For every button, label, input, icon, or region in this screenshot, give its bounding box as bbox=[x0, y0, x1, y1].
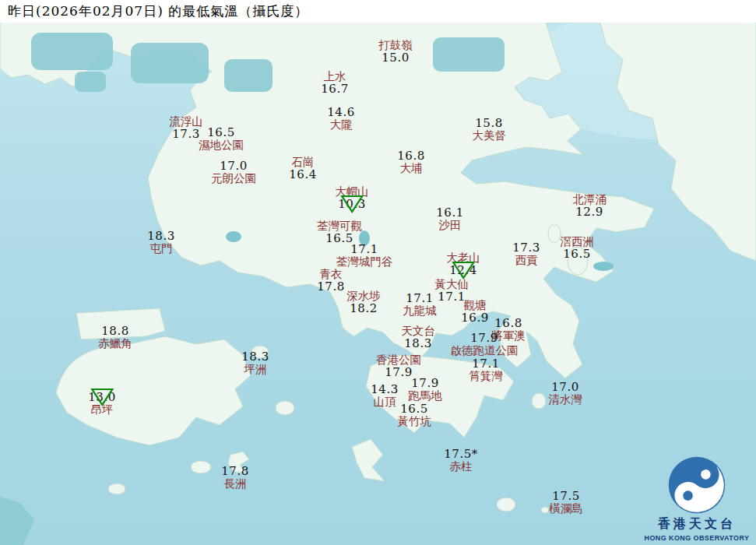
station-name: 打鼓嶺 bbox=[378, 39, 413, 51]
min-temp-triangle-icon bbox=[90, 388, 114, 406]
station-name: 香港公園 bbox=[376, 353, 421, 366]
station-value: 17.9 bbox=[451, 332, 519, 344]
station-name: 山頂 bbox=[371, 396, 398, 408]
station-name: 赤柱 bbox=[444, 460, 477, 473]
logo-name-en: HONG KONG OBSERVATORY bbox=[642, 534, 751, 542]
station-石崗: 石崗16.4 bbox=[289, 156, 316, 181]
station-跑馬地: 17.9跑馬地 bbox=[408, 377, 442, 402]
station-value: 15.0 bbox=[378, 51, 413, 64]
station-大埔: 16.8大埔 bbox=[397, 149, 424, 174]
station-value: 18.2 bbox=[346, 302, 381, 315]
station-name: 滘西洲 bbox=[560, 235, 594, 248]
station-value: 16.8 bbox=[397, 149, 424, 162]
hko-logo: 香港天文台 HONG KONG OBSERVATORY bbox=[642, 456, 751, 542]
station-name: 黃竹坑 bbox=[397, 415, 431, 427]
station-赤柱: 17.5*赤柱 bbox=[444, 448, 477, 473]
station-name: 西貢 bbox=[512, 254, 540, 266]
station-value: 16.5 bbox=[199, 126, 244, 139]
station-打鼓嶺: 打鼓嶺15.0 bbox=[378, 39, 413, 64]
station-value: 18.3 bbox=[147, 230, 174, 242]
logo-name-zh: 香港天文台 bbox=[642, 516, 751, 533]
station-筲箕灣: 17.1筲箕灣 bbox=[469, 357, 503, 382]
station-屯門: 18.3屯門 bbox=[147, 230, 174, 255]
station-value: 16.1 bbox=[436, 206, 463, 219]
station-name: 大美督 bbox=[472, 129, 506, 142]
station-value: 16.7 bbox=[321, 83, 348, 95]
station-山頂: 14.3山頂 bbox=[371, 383, 398, 408]
station-value: 12.4 bbox=[446, 264, 480, 276]
station-value: 17.0 bbox=[211, 160, 256, 172]
station-value: 16.8 bbox=[491, 317, 526, 329]
station-value: 18.3 bbox=[401, 337, 435, 350]
station-value: 17.9 bbox=[408, 377, 442, 389]
station-赤鱲角: 18.8赤鱲角 bbox=[98, 325, 132, 350]
station-name: 長洲 bbox=[221, 477, 248, 490]
hko-min-temp-map-page: 昨日(2026年02月07日) 的最低氣溫（攝氏度） 打鼓嶺15.0上水16.7… bbox=[0, 0, 756, 545]
station-name: 九龍城 bbox=[403, 304, 437, 317]
station-天文台: 天文台18.3 bbox=[401, 325, 435, 350]
station-荃灣可觀: 荃灣可觀16.5 bbox=[317, 220, 362, 244]
station-上水: 上水16.7 bbox=[321, 70, 348, 95]
station-name: 濕地公園 bbox=[199, 139, 244, 151]
station-name: 大帽山 bbox=[335, 185, 369, 198]
station-沙田: 16.1沙田 bbox=[436, 206, 463, 231]
station-name: 黃大仙 bbox=[434, 278, 469, 290]
station-name: 筲箕灣 bbox=[469, 370, 503, 382]
station-name: 石崗 bbox=[289, 156, 316, 168]
station-value: 17.5* bbox=[444, 448, 477, 460]
station-大美督: 15.8大美督 bbox=[472, 117, 506, 142]
station-name: 大埔 bbox=[397, 162, 424, 174]
station-name: 跑馬地 bbox=[408, 389, 442, 402]
station-name: 上水 bbox=[321, 70, 348, 83]
station-value: 12.9 bbox=[572, 206, 607, 218]
station-value: 17.1 bbox=[403, 292, 437, 304]
station-元朗公園: 17.0元朗公園 bbox=[211, 160, 256, 185]
station-香港公園: 香港公園17.9 bbox=[376, 353, 421, 378]
station-name: 赤鱲角 bbox=[98, 337, 132, 350]
station-value: 16.4 bbox=[289, 168, 316, 181]
station-name: 屯門 bbox=[147, 242, 174, 255]
station-大隴: 14.6大隴 bbox=[327, 106, 354, 131]
station-name: 坪洲 bbox=[241, 363, 269, 375]
station-長洲: 17.8長洲 bbox=[221, 465, 248, 490]
station-昂坪: 13.0昂坪 bbox=[88, 391, 115, 416]
station-name: 深水埗 bbox=[346, 290, 381, 302]
station-name: 啟德跑道公園 bbox=[451, 344, 519, 357]
page-title: 昨日(2026年02月07日) 的最低氣溫（攝氏度） bbox=[8, 2, 308, 20]
station-value: 16.5 bbox=[397, 403, 431, 415]
station-name: 荃灣可觀 bbox=[317, 220, 362, 232]
station-大帽山: 大帽山10.3 bbox=[335, 185, 369, 210]
station-value: 17.0 bbox=[548, 381, 582, 393]
station-清水灣: 17.0清水灣 bbox=[548, 381, 582, 406]
station-荃灣城門谷: 17.1荃灣城門谷 bbox=[336, 243, 393, 268]
station-value: 10.3 bbox=[335, 198, 369, 210]
station-北潭涌: 北潭涌12.9 bbox=[572, 193, 607, 218]
station-name: 清水灣 bbox=[548, 393, 582, 406]
station-name: 北潭涌 bbox=[572, 193, 607, 206]
station-name: 大隴 bbox=[327, 118, 354, 131]
station-value: 17.8 bbox=[317, 280, 344, 293]
station-value: 13.0 bbox=[88, 391, 115, 403]
station-value: 16.5 bbox=[560, 248, 594, 260]
station-青衣: 青衣17.8 bbox=[317, 268, 344, 293]
station-滘西洲: 滘西洲16.5 bbox=[560, 235, 594, 260]
station-value: 14.6 bbox=[327, 106, 354, 118]
station-value: 14.3 bbox=[371, 383, 398, 396]
station-坪洲: 18.3坪洲 bbox=[241, 350, 269, 375]
station-name: 橫瀾島 bbox=[549, 502, 583, 515]
station-value: 17.3 bbox=[512, 241, 540, 254]
station-name: 觀塘 bbox=[461, 299, 488, 311]
title-bar: 昨日(2026年02月07日) 的最低氣溫（攝氏度） bbox=[0, 0, 756, 23]
station-value: 18.3 bbox=[241, 350, 269, 363]
station-value: 17.1 bbox=[336, 243, 393, 255]
station-value: 17.1 bbox=[469, 357, 503, 370]
station-大老山: 大老山12.4 bbox=[446, 251, 480, 276]
station-name: 沙田 bbox=[436, 219, 463, 231]
station-觀塘: 觀塘16.9 bbox=[461, 299, 488, 324]
station-橫瀾島: 17.5橫瀾島 bbox=[549, 490, 583, 515]
station-value: 17.5 bbox=[549, 490, 583, 502]
station-name: 荃灣城門谷 bbox=[336, 255, 393, 268]
station-name: 青衣 bbox=[317, 268, 344, 280]
min-temp-triangle-icon bbox=[340, 195, 364, 213]
station-name: 大老山 bbox=[446, 251, 480, 264]
